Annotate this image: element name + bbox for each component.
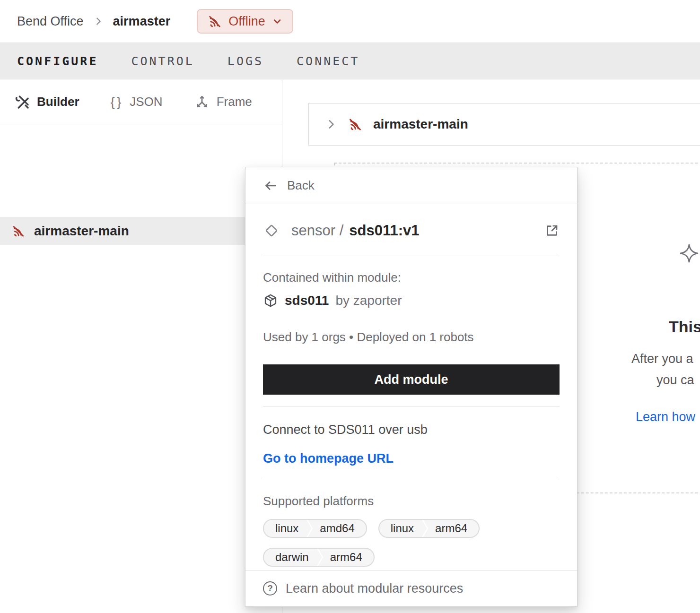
mode-tab-builder[interactable]: Builder — [14, 94, 79, 110]
chevron-right-icon — [325, 118, 337, 130]
mode-tab-frame[interactable]: Frame — [194, 94, 252, 110]
module-detail-body: sensor / sds011:v1 Contained within modu… — [245, 217, 577, 567]
sidebar-resource-name: airmaster-main — [34, 224, 129, 239]
tab-logs[interactable]: LOGS — [228, 54, 263, 68]
breadcrumb-chevron-icon — [93, 16, 104, 26]
external-link-icon[interactable] — [544, 223, 560, 238]
module-author: by zaporter — [335, 293, 402, 308]
machine-configure-page: Bend Office airmaster Offline CONFIGURE … — [0, 0, 700, 613]
machine-status-dropdown[interactable]: Offline — [197, 9, 293, 34]
learn-modular-resources-link[interactable]: ? Learn about modular resources — [245, 570, 577, 606]
mode-tab-json[interactable]: {} JSON — [111, 95, 163, 110]
diamond-icon — [263, 222, 280, 239]
platform-arch: arm64 — [324, 551, 374, 564]
breadcrumb-machine: airmaster — [113, 14, 171, 29]
machine-part-name: airmaster-main — [373, 117, 468, 132]
module-usage-stats: Used by 1 orgs • Deployed on 1 robots — [263, 330, 560, 344]
mode-tab-builder-label: Builder — [37, 95, 79, 109]
braces-icon: {} — [111, 95, 123, 110]
empty-state-text-line2: you ca — [656, 373, 694, 388]
homepage-url-link[interactable]: Go to homepage URL — [263, 450, 394, 466]
wifi-off-icon — [207, 14, 222, 29]
platform-pill: darwin arm64 — [263, 548, 375, 567]
module-api-label: sensor / — [291, 222, 343, 239]
sparkle-icon — [678, 242, 700, 265]
module-title-row: sensor / sds011:v1 — [263, 217, 560, 244]
sidebar-resource-row[interactable]: airmaster-main + — [0, 217, 282, 245]
platform-arch: arm64 — [429, 522, 479, 535]
wifi-off-icon — [11, 224, 26, 238]
pill-chevron-divider — [316, 548, 324, 567]
mode-tab-frame-label: Frame — [217, 95, 252, 109]
top-nav-tabs: CONFIGURE CONTROL LOGS CONNECT — [0, 43, 700, 79]
platform-os: linux — [379, 522, 421, 535]
divider — [263, 256, 560, 256]
platform-arch: amd64 — [313, 522, 366, 535]
wifi-off-icon — [348, 117, 363, 132]
package-cube-icon — [263, 293, 278, 308]
back-button[interactable]: Back — [245, 167, 577, 204]
module-description: Connect to SDS011 over usb — [263, 422, 560, 438]
chevron-down-icon — [271, 16, 283, 27]
frame-axes-icon — [194, 94, 210, 110]
arrow-left-icon — [263, 179, 278, 193]
pill-chevron-divider — [306, 519, 313, 538]
back-button-label: Back — [287, 178, 315, 193]
app-header: Bend Office airmaster Offline — [0, 0, 700, 43]
tab-configure[interactable]: CONFIGURE — [17, 54, 98, 68]
learn-how-link[interactable]: Learn how — [636, 410, 695, 424]
tools-icon — [14, 94, 30, 110]
question-circle-icon: ? — [263, 581, 277, 596]
status-badge-label: Offline — [228, 14, 265, 29]
config-mode-tabs: Builder {} JSON Frame — [0, 80, 282, 124]
platform-pill: linux amd64 — [263, 519, 367, 538]
platform-pill: linux arm64 — [378, 519, 480, 538]
machine-part-card[interactable]: airmaster-main — [308, 103, 700, 146]
pill-chevron-divider — [421, 519, 429, 538]
platform-os: darwin — [264, 551, 316, 564]
divider — [263, 406, 560, 406]
module-detail-popover: Back sensor / sds011:v1 Contained with — [245, 167, 578, 607]
config-sidebar: Builder {} JSON Frame — [0, 80, 282, 613]
platform-pill-list: linux amd64 linux arm64 darwin arm64 — [263, 519, 528, 567]
supported-platforms-label: Supported platforms — [263, 493, 560, 509]
add-module-button[interactable]: Add module — [263, 364, 560, 395]
learn-modular-resources-label: Learn about modular resources — [286, 581, 463, 596]
platform-os: linux — [264, 522, 306, 535]
tab-control[interactable]: CONTROL — [131, 54, 194, 68]
tab-connect[interactable]: CONNECT — [297, 54, 359, 68]
module-name: sds011 — [285, 293, 329, 308]
module-model-label: sds011:v1 — [349, 222, 419, 239]
breadcrumb-org[interactable]: Bend Office — [17, 14, 84, 29]
module-name-row: sds011 by zaporter — [263, 291, 560, 310]
empty-state-text-line1: After you a — [631, 352, 693, 366]
contained-within-label: Contained within module: — [263, 270, 560, 285]
divider — [263, 479, 560, 479]
mode-tab-json-label: JSON — [130, 95, 162, 109]
empty-state-title: This — [669, 318, 700, 336]
